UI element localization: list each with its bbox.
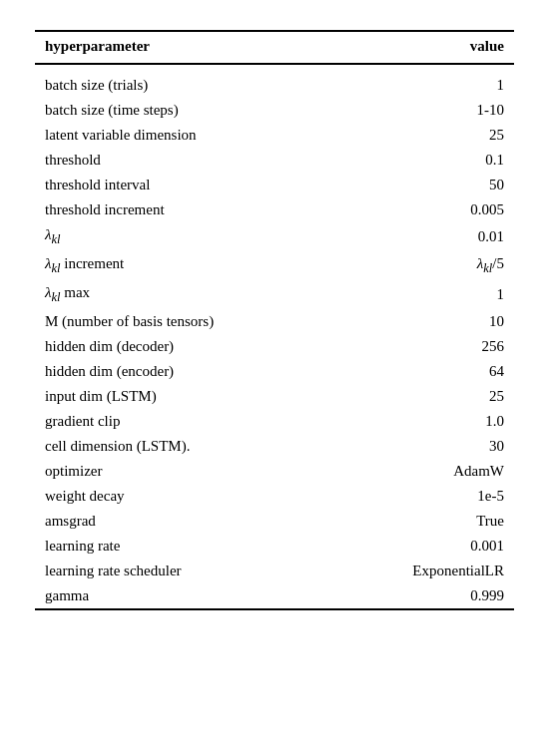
spacer-row	[35, 64, 514, 73]
param-cell: gamma	[35, 583, 336, 609]
table-row: λkl incrementλkl/5	[35, 251, 514, 280]
value-cell: AdamW	[336, 459, 514, 484]
param-cell: amsgrad	[35, 509, 336, 534]
value-cell: 0.999	[336, 583, 514, 609]
param-cell: input dim (LSTM)	[35, 384, 336, 409]
param-cell: cell dimension (LSTM).	[35, 434, 336, 459]
table-row: hidden dim (decoder)256	[35, 334, 514, 359]
table-row: gradient clip1.0	[35, 409, 514, 434]
value-cell: 10	[336, 309, 514, 334]
param-cell: M (number of basis tensors)	[35, 309, 336, 334]
value-cell: 0.1	[336, 148, 514, 173]
table-row: hidden dim (encoder)64	[35, 359, 514, 384]
table-row: amsgradTrue	[35, 509, 514, 534]
value-cell: 25	[336, 384, 514, 409]
value-cell: 256	[336, 334, 514, 359]
param-cell: λkl increment	[35, 251, 336, 280]
param-cell: learning rate	[35, 534, 336, 559]
value-cell: 1	[336, 73, 514, 98]
value-cell: λkl/5	[336, 251, 514, 280]
value-cell: 1-10	[336, 98, 514, 123]
value-cell: 50	[336, 173, 514, 197]
value-cell: 0.01	[336, 222, 514, 251]
table-row: cell dimension (LSTM).30	[35, 434, 514, 459]
table-row: input dim (LSTM)25	[35, 384, 514, 409]
param-cell: threshold increment	[35, 197, 336, 222]
table-row: batch size (time steps)1-10	[35, 98, 514, 123]
param-cell: threshold interval	[35, 173, 336, 197]
table-row: learning rate0.001	[35, 534, 514, 559]
param-cell: batch size (time steps)	[35, 98, 336, 123]
table-row: λkl0.01	[35, 222, 514, 251]
param-cell: hidden dim (encoder)	[35, 359, 336, 384]
table-row: threshold0.1	[35, 148, 514, 173]
hyperparameter-table-container: hyperparameter value batch size (trials)…	[35, 30, 514, 618]
param-cell: threshold	[35, 148, 336, 173]
col-header-value: value	[336, 31, 514, 64]
param-cell: batch size (trials)	[35, 73, 336, 98]
table-footer-line	[35, 609, 514, 618]
value-cell: 25	[336, 123, 514, 148]
param-cell: λkl max	[35, 280, 336, 309]
table-row: optimizerAdamW	[35, 459, 514, 484]
value-cell: ExponentialLR	[336, 559, 514, 583]
table-row: batch size (trials)1	[35, 73, 514, 98]
param-cell: gradient clip	[35, 409, 336, 434]
value-cell: 0.001	[336, 534, 514, 559]
value-cell: 0.005	[336, 197, 514, 222]
value-cell: 1e-5	[336, 484, 514, 509]
param-cell: hidden dim (decoder)	[35, 334, 336, 359]
param-cell: weight decay	[35, 484, 336, 509]
table-row: λkl max1	[35, 280, 514, 309]
value-cell: 1	[336, 280, 514, 309]
table-row: learning rate schedulerExponentialLR	[35, 559, 514, 583]
hyperparameter-table: hyperparameter value batch size (trials)…	[35, 30, 514, 618]
param-cell: latent variable dimension	[35, 123, 336, 148]
table-row: M (number of basis tensors)10	[35, 309, 514, 334]
table-header-row: hyperparameter value	[35, 31, 514, 64]
value-cell: 64	[336, 359, 514, 384]
table-row: threshold interval50	[35, 173, 514, 197]
table-row: weight decay1e-5	[35, 484, 514, 509]
param-cell: λkl	[35, 222, 336, 251]
value-cell: 1.0	[336, 409, 514, 434]
table-row: threshold increment0.005	[35, 197, 514, 222]
table-row: latent variable dimension25	[35, 123, 514, 148]
value-cell: True	[336, 509, 514, 534]
col-header-param: hyperparameter	[35, 31, 336, 64]
param-cell: optimizer	[35, 459, 336, 484]
param-cell: learning rate scheduler	[35, 559, 336, 583]
value-cell: 30	[336, 434, 514, 459]
table-row: gamma0.999	[35, 583, 514, 609]
